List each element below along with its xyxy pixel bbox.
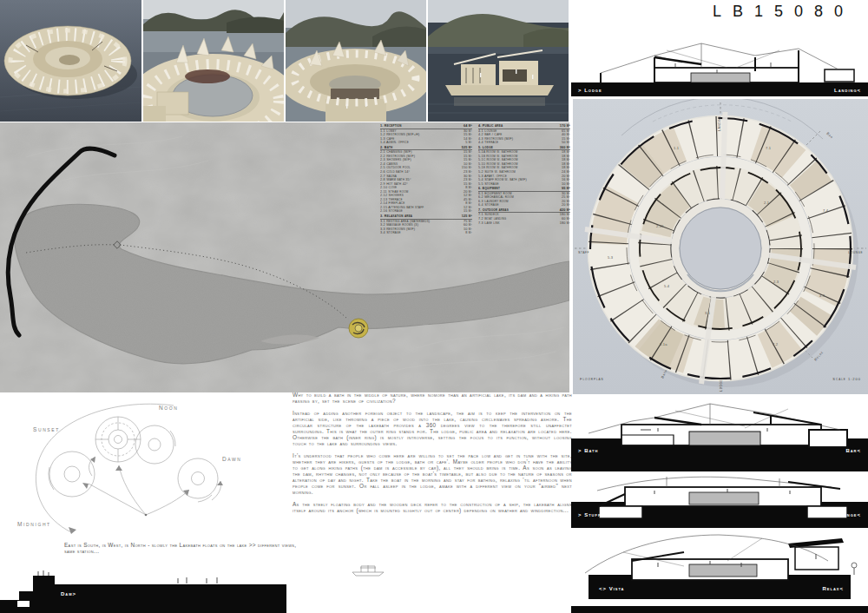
floorplan-photo: 1.1 7.1 7.4 4.3 7.2 5.1a 5.3 2.1 2.15 3.… [573, 99, 868, 394]
section-label-bath: > Bath [578, 448, 598, 453]
section-label-bar: Bar< [845, 448, 861, 453]
essay-paragraph: Instead of adding another foreign object… [293, 410, 572, 446]
figures [38, 570, 217, 583]
sun-label-dawn: Dawn [222, 456, 242, 462]
program-row: 3.4 Storage8 m² [380, 231, 472, 235]
program-row: 4.4 Terrace50 m² [478, 141, 570, 145]
program-row: 7.3 Lake link180 m² [478, 221, 570, 226]
orientation-caption: East is South, is West, is North - slowl… [64, 542, 297, 555]
program-row: 6.4 Storage20 m² [478, 203, 570, 208]
program-column-b: 4. Public area170 m²4.1 Lounge65 m²4.2 B… [478, 123, 570, 235]
section-label-landing: Landing< [834, 88, 861, 93]
section-bath-bar: > Bath Bar< [571, 395, 868, 471]
essay-paragraphs: Why to build a bath in the middle of nat… [293, 392, 572, 513]
svg-text:5.1a: 5.1a [660, 342, 667, 346]
program-column-a: 1. Reception64 m²1.1 Lobby30 m²1.2 Restr… [380, 123, 472, 235]
svg-text:7.2: 7.2 [773, 342, 779, 346]
essay-paragraph: As the steely floating body and the wood… [293, 501, 572, 513]
essay-paragraph: It's understood that people who come her… [293, 452, 572, 495]
essay-paragraph: Why to build a bath in the middle of nat… [293, 392, 572, 404]
floorplan-title: Floorplan [580, 377, 604, 381]
svg-text:2.3: 2.3 [773, 280, 779, 284]
model-photo-eyelevel [286, 0, 426, 122]
svg-text:2.15: 2.15 [656, 224, 664, 228]
model-photo-onlake [428, 0, 569, 122]
section-label-stuff: > Stuff [578, 512, 601, 517]
arrowheads [69, 457, 223, 534]
section-label-dam: Dam> [61, 591, 76, 597]
lakebath-position [349, 319, 368, 338]
program-table: 1. Reception64 m²1.1 Lobby30 m²1.2 Restr… [380, 123, 570, 235]
plan-label-lodge: Lodge [719, 379, 723, 392]
ship-sketch-icon [349, 564, 391, 578]
program-row: 2.16 Storage15 m² [380, 209, 472, 214]
program-row: 5.5 Storage10 m² [478, 182, 570, 187]
svg-text:4.3: 4.3 [819, 293, 825, 298]
svg-text:2.1: 2.1 [764, 201, 770, 205]
plan-label-staff: Staff [578, 250, 589, 254]
sun-label-noon: Noon [159, 405, 178, 411]
project-essay: Why to build a bath in the middle of nat… [293, 392, 572, 519]
plan-label-lounge: Lounge [848, 250, 863, 254]
plan-label-landing: Landing [717, 115, 721, 131]
section-stuff-lounge: > Stuff Lounge< [571, 471, 868, 528]
svg-text:7.4: 7.4 [823, 208, 829, 213]
model-photo-closeup [143, 0, 284, 122]
section-label-relax: Relax< [822, 586, 844, 591]
section-label-lounge: Lounge< [836, 512, 861, 517]
svg-text:5.3: 5.3 [608, 255, 614, 260]
sun-label-sunset: Sunset [33, 426, 60, 432]
model-aerial [4, 26, 131, 96]
svg-text:3.1: 3.1 [705, 311, 711, 315]
svg-text:1.1: 1.1 [674, 146, 680, 150]
program-row: 1.4 Admin. office5 m² [380, 141, 472, 145]
presentation-board: LB15080 > Lodge Landing< [0, 0, 868, 613]
orientation-diagram: Noon Sunset Dawn Midnight [0, 392, 292, 542]
model-photo-aerial [0, 0, 141, 122]
board-code: LB15080 [713, 3, 854, 21]
section-lodge-landing: > Lodge Landing< [571, 33, 868, 98]
floorplan-scale: Scale 1:200 [832, 377, 861, 381]
svg-text:5.4: 5.4 [664, 284, 670, 288]
section-vista-relax: <> Vista Relax< [571, 526, 868, 613]
section-dam: Dam> [0, 563, 292, 613]
sun-label-midnight: Midnight [17, 521, 51, 527]
section-label-lodge: > Lodge [578, 88, 602, 93]
svg-text:7.1: 7.1 [766, 146, 772, 150]
section-label-vista: <> Vista [599, 586, 625, 591]
